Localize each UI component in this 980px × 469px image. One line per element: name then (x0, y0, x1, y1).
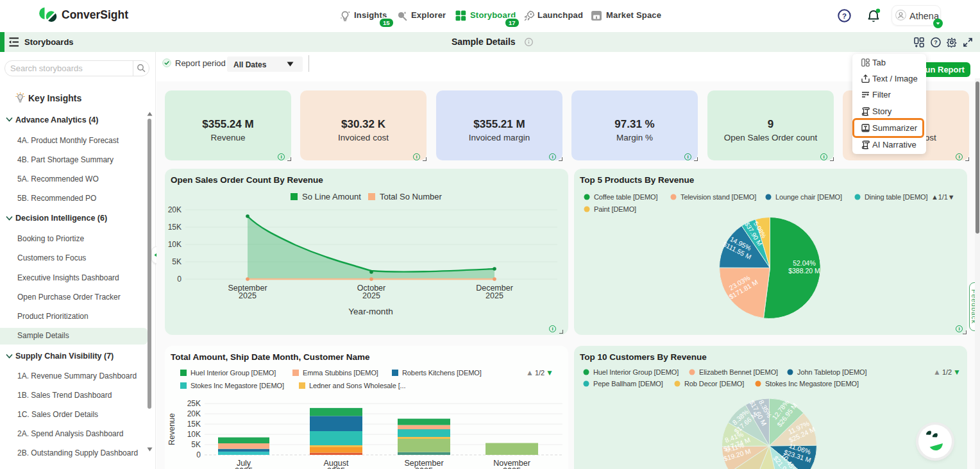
svg-text:Year-month: Year-month (348, 307, 393, 316)
svg-text:John Tabletop [DEMO]: John Tabletop [DEMO] (797, 368, 867, 376)
svg-text:2025: 2025 (486, 291, 503, 300)
svg-text:▲: ▲ (933, 368, 941, 377)
svg-text:20K: 20K (168, 205, 182, 214)
svg-text:Pepe Ballham [DEMO]: Pepe Ballham [DEMO] (593, 380, 663, 388)
svg-text:Television stand [DEMO]: Television stand [DEMO] (680, 193, 756, 201)
svg-text:5K: 5K (172, 257, 182, 266)
svg-text:Ledner and Sons Wholesale [...: Ledner and Sons Wholesale [... (309, 382, 406, 389)
svg-text:25K: 25K (187, 399, 201, 408)
svg-text:▼: ▼ (546, 368, 553, 377)
svg-text:10K: 10K (168, 240, 182, 249)
svg-text:Total So Number: Total So Number (380, 192, 442, 201)
svg-text:2025: 2025 (235, 466, 253, 469)
svg-text:▼: ▼ (953, 368, 961, 377)
svg-text:2025: 2025 (362, 291, 380, 300)
svg-text:Paint [DEMO]: Paint [DEMO] (594, 205, 636, 213)
svg-text:▲: ▲ (526, 368, 534, 377)
svg-text:?: ? (934, 39, 938, 46)
svg-text:Dining table [DEMO]: Dining table [DEMO] (865, 193, 927, 201)
svg-text:1/2: 1/2 (535, 369, 545, 377)
svg-text:Revenue: Revenue (167, 413, 176, 445)
svg-text:$388.20 M: $388.20 M (788, 267, 820, 275)
svg-text:0: 0 (196, 450, 201, 459)
svg-text:Lounge chair [DEMO]: Lounge chair [DEMO] (775, 193, 842, 201)
svg-text:Huel Interior Group [DEMO]: Huel Interior Group [DEMO] (190, 369, 276, 377)
svg-text:Huel Interior Group [DEMO]: Huel Interior Group [DEMO] (593, 368, 679, 376)
svg-text:Roberts Kitchens [DEMO]: Roberts Kitchens [DEMO] (402, 369, 482, 377)
svg-text:Stokes Inc Megastore [DEMO]: Stokes Inc Megastore [DEMO] (765, 380, 859, 388)
svg-text:20K: 20K (187, 409, 201, 418)
svg-text:2025: 2025 (239, 291, 257, 300)
svg-text:Coffee table [DEMO]: Coffee table [DEMO] (594, 193, 657, 201)
svg-text:▲1/1▼: ▲1/1▼ (931, 193, 955, 201)
svg-text:2025: 2025 (327, 466, 345, 469)
svg-text:2025: 2025 (503, 466, 521, 469)
svg-text:Rob Decor [DEMO]: Rob Decor [DEMO] (684, 380, 744, 388)
svg-text:15K: 15K (187, 420, 201, 429)
svg-text:5K: 5K (191, 440, 201, 449)
svg-text:So Line Amount: So Line Amount (302, 192, 361, 201)
svg-text:52.04%: 52.04% (793, 259, 816, 267)
svg-text:2025: 2025 (415, 466, 433, 469)
svg-text:Elizabeth Bennet [DEMO]: Elizabeth Bennet [DEMO] (699, 368, 778, 376)
svg-text:Emma Stubbins [DEMO]: Emma Stubbins [DEMO] (303, 369, 378, 377)
svg-text:10K: 10K (187, 430, 201, 439)
svg-text:1/2: 1/2 (942, 368, 952, 376)
svg-text:0: 0 (177, 275, 182, 284)
svg-text:Stokes Inc Megastore [DEMO]: Stokes Inc Megastore [DEMO] (190, 382, 284, 389)
svg-text:15K: 15K (168, 223, 182, 232)
svg-text:?: ? (842, 12, 847, 20)
